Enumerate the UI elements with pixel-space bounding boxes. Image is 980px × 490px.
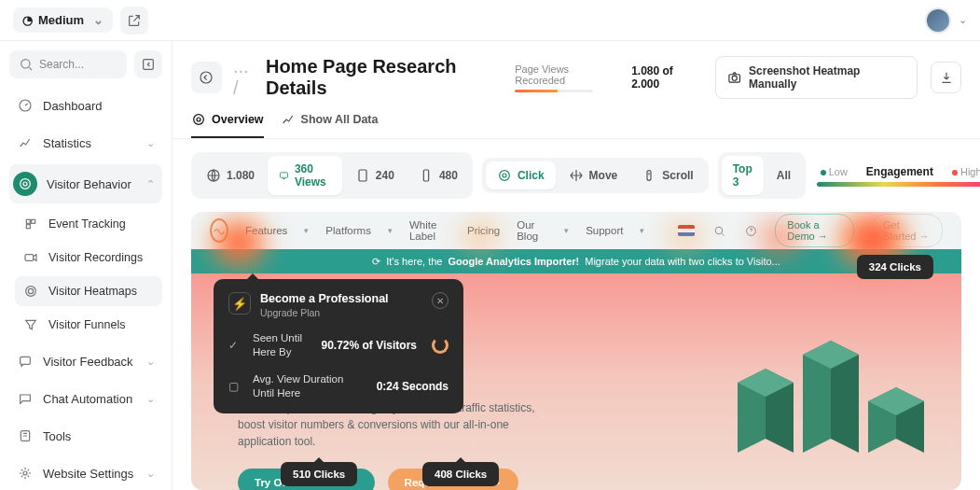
- workspace-selector[interactable]: ◔ Medium ⌄: [13, 7, 113, 33]
- search-icon: [713, 225, 725, 237]
- nav-visitor-behavior[interactable]: Visitor Behavior ⌃: [9, 164, 162, 203]
- tab-overview[interactable]: Overview: [191, 112, 264, 138]
- nav-visitor-recordings[interactable]: Visitor Recordings: [15, 243, 162, 273]
- filter-segment: Top 3 All: [718, 152, 806, 199]
- download-button[interactable]: [931, 62, 961, 93]
- collapse-icon: [141, 57, 156, 72]
- chevron-down-icon: ⌄: [93, 13, 104, 27]
- chat-icon: [17, 390, 34, 407]
- search-icon: [19, 57, 34, 72]
- screenshot-button[interactable]: Screenshot Heatmap Manually: [715, 56, 918, 99]
- seg-click[interactable]: Click: [486, 161, 556, 189]
- data-icon: [281, 112, 296, 127]
- camera-icon: [727, 70, 741, 85]
- svg-point-3: [21, 179, 31, 189]
- svg-point-23: [500, 171, 510, 181]
- external-link-button[interactable]: [120, 7, 148, 35]
- back-button[interactable]: [191, 62, 222, 93]
- heatmap-canvas: Features▾ Platforms▾ White Label Pricing…: [191, 212, 961, 490]
- nav-statistics[interactable]: Statistics ⌄: [9, 127, 162, 159]
- seg-all-views[interactable]: 1.080: [195, 156, 266, 195]
- get-started-button[interactable]: Get Started →: [871, 214, 943, 247]
- seg-240[interactable]: 240: [344, 156, 406, 195]
- svg-rect-25: [647, 171, 651, 181]
- arrow-left-circle-icon: [199, 70, 214, 85]
- page-title: Home Page Research Details: [266, 56, 515, 99]
- nav-tools[interactable]: Tools: [9, 420, 162, 452]
- bolt-icon: ⚡: [228, 292, 251, 315]
- banner-icon: ⟳: [372, 256, 380, 268]
- search-input[interactable]: Search...: [9, 50, 127, 78]
- site-nav-platforms[interactable]: Platforms: [325, 225, 371, 236]
- site-logo[interactable]: [210, 218, 228, 243]
- page-views-stat: Page Views Recoreded: [515, 63, 618, 92]
- svg-rect-8: [25, 255, 34, 261]
- tab-show-all-data[interactable]: Show All Data: [281, 112, 379, 138]
- collapse-button[interactable]: [134, 50, 162, 78]
- feedback-icon: [17, 353, 34, 370]
- nav-chat-automation[interactable]: Chat Automation ⌄: [9, 383, 162, 414]
- svg-rect-5: [26, 219, 30, 223]
- nav-website-settings[interactable]: Website Settings ⌄: [9, 457, 162, 489]
- nav-visitor-feedback[interactable]: Visitor Feedback ⌄: [9, 345, 162, 377]
- book-demo-button[interactable]: Book a Demo →: [775, 214, 854, 247]
- nav-visitor-funnels[interactable]: Visitor Funnels: [15, 310, 162, 340]
- site-nav-features[interactable]: Features: [245, 225, 287, 236]
- statistics-icon: [17, 134, 34, 151]
- nav-event-tracking[interactable]: Event Tracking: [15, 209, 162, 239]
- click-count-badge: 510 Clicks: [281, 462, 357, 486]
- flag-icon: [678, 225, 695, 236]
- visitor-behavior-icon: [13, 172, 37, 196]
- svg-rect-20: [280, 173, 287, 177]
- svg-rect-7: [26, 225, 30, 229]
- announcement-banner[interactable]: ⟳ It's here, the Google Analytics Import…: [191, 249, 961, 273]
- site-search-button[interactable]: [711, 220, 726, 241]
- nav-dashboard[interactable]: Dashboard: [9, 90, 162, 121]
- site-nav-blog[interactable]: Our Blog: [517, 219, 547, 242]
- workspace-icon: ◔: [22, 13, 33, 27]
- tablet-icon: [355, 168, 370, 183]
- workspace-name: Medium: [38, 13, 84, 27]
- globe-icon: [206, 168, 221, 183]
- svg-point-16: [732, 76, 737, 80]
- nav-visitor-heatmaps[interactable]: Visitor Heatmaps: [15, 276, 162, 306]
- svg-rect-22: [423, 170, 428, 181]
- gear-icon: [17, 465, 34, 482]
- dashboard-icon: [17, 97, 34, 114]
- progress-bar: [515, 90, 593, 92]
- svg-rect-6: [32, 219, 35, 223]
- site-nav-pricing[interactable]: Pricing: [467, 225, 500, 236]
- popup-subtitle: Upgrade Plan: [260, 307, 389, 318]
- chevron-down-icon[interactable]: ⌄: [959, 14, 967, 26]
- overview-icon: [191, 112, 206, 127]
- wave-icon: [213, 224, 226, 237]
- embedded-site-nav: Features▾ Platforms▾ White Label Pricing…: [191, 212, 961, 249]
- site-help-button[interactable]: [743, 220, 758, 241]
- flag-button[interactable]: [678, 220, 695, 241]
- breadcrumb: ... / Home Page Research Details: [233, 56, 515, 99]
- seg-scroll[interactable]: Scroll: [630, 161, 704, 189]
- svg-point-24: [503, 174, 506, 177]
- site-nav-white-label[interactable]: White Label: [409, 219, 450, 242]
- seg-move[interactable]: Move: [558, 161, 629, 189]
- interaction-segment: Click Move Scroll: [482, 158, 709, 193]
- svg-point-10: [28, 288, 33, 293]
- move-icon: [569, 168, 584, 183]
- seg-480[interactable]: 480: [407, 156, 469, 195]
- popup-row-label: Avg. View Duration Until Here: [253, 372, 367, 400]
- video-icon: ▢: [228, 380, 243, 393]
- avatar[interactable]: [925, 7, 951, 34]
- svg-point-17: [194, 115, 204, 125]
- scroll-icon: [642, 168, 656, 183]
- site-nav-support[interactable]: Support: [586, 225, 623, 236]
- svg-point-13: [23, 471, 27, 475]
- close-button[interactable]: ✕: [432, 292, 449, 309]
- recordings-icon: [22, 249, 39, 266]
- mobile-icon: [419, 168, 434, 183]
- search-placeholder: Search...: [39, 58, 84, 71]
- seg-all[interactable]: All: [766, 156, 802, 195]
- chevron-down-icon: ⌄: [146, 356, 155, 368]
- breadcrumb-prefix: ... /: [233, 56, 258, 99]
- seg-top3[interactable]: Top 3: [722, 156, 764, 195]
- seg-360[interactable]: 360 Views: [268, 156, 342, 195]
